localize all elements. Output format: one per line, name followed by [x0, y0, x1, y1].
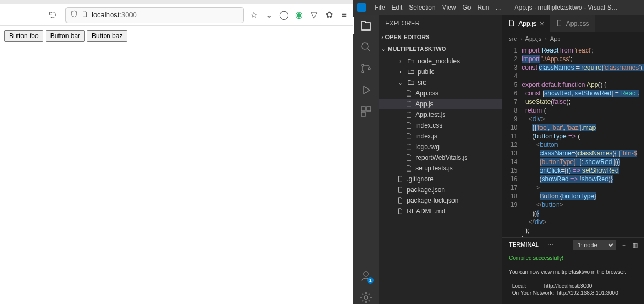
window-minimize-icon[interactable]: ― [627, 4, 640, 11]
tree-item-label: setupTests.js [415, 165, 452, 172]
terminal-line: On Your Network: http://192.168.8.101:30… [509, 290, 638, 296]
star-icon[interactable]: ☆ [249, 10, 259, 20]
project-section[interactable]: ⌄ MULTIPLETASKTWO [379, 43, 502, 55]
source-control-icon[interactable] [360, 62, 372, 75]
app-button-0[interactable]: Button foo [4, 30, 43, 42]
url-bar[interactable]: localhost:3000 [65, 7, 244, 23]
accounts-icon[interactable]: 1 [360, 270, 372, 283]
menu-…[interactable]: … [493, 2, 506, 13]
app-button-2[interactable]: Button baz [87, 30, 127, 42]
tree-item-package-json[interactable]: package.json [379, 184, 502, 195]
extensions-icon[interactable] [360, 105, 372, 118]
sidebar-header: EXPLORER ⋯ [379, 15, 502, 31]
chevron-icon: › [396, 57, 405, 65]
search-icon[interactable] [360, 41, 372, 54]
svg-point-8 [364, 296, 368, 299]
menu-edit[interactable]: Edit [389, 2, 406, 13]
tree-item-setupTests-js[interactable]: setupTests.js [379, 163, 502, 174]
window-title: App.js - multipletasktwo - Visual S… [507, 4, 626, 11]
tree-item-README-md[interactable]: README.md [379, 206, 502, 217]
tree-item-App-js[interactable]: App.js [379, 99, 502, 109]
ext-icon-1[interactable]: ◯ [279, 10, 289, 20]
explorer-label: EXPLORER [385, 20, 420, 26]
file-icon [555, 19, 563, 28]
browser-tabstrip [0, 0, 353, 4]
tab-label: App.css [566, 20, 589, 27]
pocket-icon[interactable]: ⌄ [264, 10, 274, 20]
breadcrumb[interactable]: src›App.js›App [502, 32, 644, 45]
tree-item-index-js[interactable]: index.js [379, 131, 502, 142]
close-icon[interactable]: × [540, 19, 544, 28]
file-icon [396, 196, 405, 205]
code-content[interactable]: import React from 'react';import './App.… [522, 45, 644, 237]
back-button[interactable] [4, 8, 19, 23]
tree-item-package-lock-json[interactable]: package-lock.json [379, 195, 502, 206]
menu-go[interactable]: Go [459, 2, 474, 13]
breadcrumb-item[interactable]: App [550, 35, 561, 42]
tree-item-reportWebVitals-js[interactable]: reportWebVitals.js [379, 152, 502, 163]
terminal-tab[interactable]: TERMINAL [509, 241, 539, 249]
debug-icon[interactable] [360, 84, 372, 97]
editor-tab-App-css[interactable]: App.css [550, 15, 595, 32]
tree-item-App-test-js[interactable]: App.test.js [379, 109, 502, 120]
menu-file[interactable]: File [371, 2, 388, 13]
new-terminal-icon[interactable]: ＋ [621, 241, 627, 249]
open-editors-label: OPEN EDITORS [385, 34, 430, 40]
svg-point-7 [364, 272, 368, 276]
breadcrumb-item[interactable]: src [509, 35, 517, 42]
menu-view[interactable]: View [439, 2, 459, 13]
terminal-select[interactable]: 1: node [573, 240, 616, 250]
menu-icon[interactable]: ≡ [339, 10, 349, 20]
chevron-right-icon: › [381, 34, 383, 40]
svg-rect-5 [367, 107, 371, 111]
tree-item--gitignore[interactable]: .gitignore [379, 174, 502, 184]
tree-item-node_modules[interactable]: ›node_modules [379, 56, 502, 66]
app-button-1[interactable]: Button bar [46, 30, 85, 42]
tree-item-index-css[interactable]: index.css [379, 120, 502, 131]
explorer-icon[interactable] [360, 19, 372, 32]
svg-point-0 [362, 43, 368, 49]
tree-item-label: node_modules [418, 57, 460, 65]
svg-point-3 [368, 68, 370, 70]
forward-button[interactable] [25, 8, 40, 23]
file-icon [508, 19, 515, 28]
menu-bar: FileEditSelectionViewGoRun… [371, 2, 505, 13]
terminal-output[interactable]: Compiled successfully! You can now view … [502, 253, 644, 304]
file-icon [405, 164, 413, 173]
panel-more-icon[interactable]: ⋯ [547, 242, 553, 249]
tree-item-label: index.css [415, 122, 442, 129]
editor-tabs: App.js×App.css [502, 15, 644, 32]
editor-tab-App-js[interactable]: App.js× [502, 15, 550, 32]
tree-item-label: README.md [407, 207, 445, 215]
code-editor[interactable]: 12345678910111213141516171819 import Rea… [502, 45, 644, 237]
file-icon [81, 10, 89, 20]
tree-item-logo-svg[interactable]: logo.svg [379, 142, 502, 152]
browser-toolbar: localhost:3000 ☆ ⌄ ◯ ◉ ▽ ✿ ≡ [0, 4, 353, 26]
reload-button[interactable] [45, 8, 60, 23]
folder-icon [407, 68, 415, 76]
open-editors-section[interactable]: › OPEN EDITORS [379, 31, 502, 43]
menu-selection[interactable]: Selection [406, 2, 438, 13]
bottom-panel: TERMINAL ⋯ 1: node ＋ ▥ Compiled successf… [502, 237, 644, 304]
tree-item-label: package-lock.json [407, 197, 458, 204]
activity-bar: 1 [353, 15, 379, 304]
chevron-right-icon: › [520, 35, 522, 42]
split-terminal-icon[interactable]: ▥ [632, 242, 638, 249]
breadcrumb-item[interactable]: App.js [525, 35, 542, 42]
file-icon [405, 110, 413, 119]
menu-run[interactable]: Run [474, 2, 492, 13]
terminal-line [509, 296, 638, 303]
terminal-line: Compiled successfully! [509, 255, 638, 262]
ext-icon-3[interactable]: ▽ [309, 10, 319, 20]
ext-icon-4[interactable]: ✿ [324, 10, 334, 20]
tree-item-public[interactable]: ›public [379, 66, 502, 77]
file-icon [396, 186, 405, 194]
ext-icon-2[interactable]: ◉ [294, 10, 304, 20]
settings-gear-icon[interactable] [360, 291, 372, 304]
tree-item-src[interactable]: ⌄src [379, 77, 502, 88]
svg-point-2 [362, 71, 364, 73]
url-text: localhost:3000 [92, 11, 137, 19]
tree-item-App-css[interactable]: App.css [379, 88, 502, 99]
more-icon[interactable]: ⋯ [490, 20, 496, 27]
file-icon [405, 121, 413, 130]
